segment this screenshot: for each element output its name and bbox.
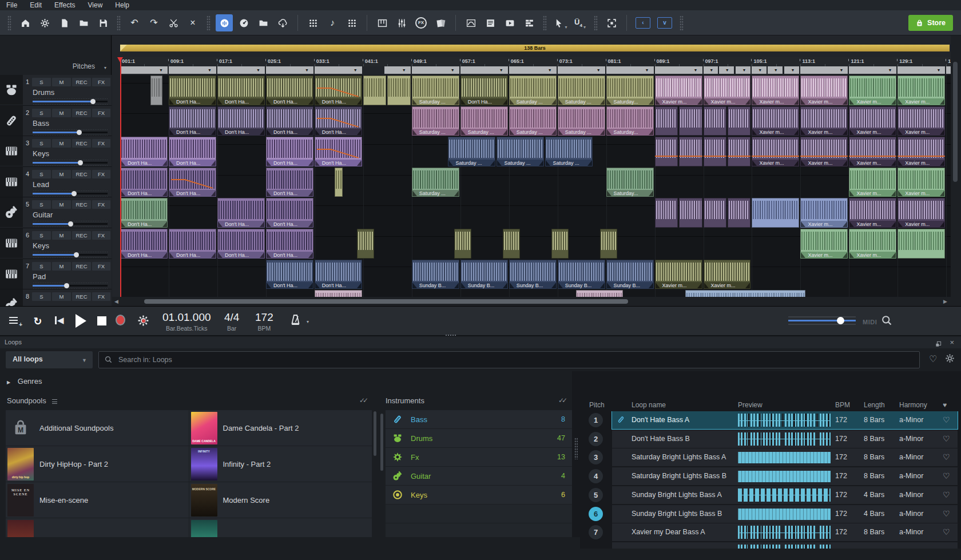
audio-clip[interactable]: Xavier m... bbox=[655, 260, 702, 289]
audio-clip[interactable] bbox=[551, 229, 569, 259]
video-icon[interactable] bbox=[501, 14, 518, 31]
pattern-grid-icon[interactable] bbox=[343, 14, 360, 31]
audio-clip[interactable]: Don't Ha... bbox=[266, 229, 313, 259]
loop-preview-waveform[interactable] bbox=[738, 414, 831, 427]
instruments-icon[interactable] bbox=[374, 14, 391, 31]
genres-toggle[interactable]: ▶ Genres bbox=[7, 377, 42, 386]
audio-clip[interactable]: Don't Ha... bbox=[315, 137, 362, 166]
audio-clip[interactable] bbox=[150, 76, 162, 105]
soundpool-item[interactable]: dirty hip hopDirty HipHop - Part 2 bbox=[6, 446, 189, 482]
panel-bottom-toggle-icon[interactable]: v bbox=[657, 17, 672, 29]
audio-editor-icon[interactable] bbox=[216, 14, 233, 31]
instrument-item-fx[interactable]: Fx13 bbox=[386, 448, 572, 466]
audio-clip[interactable]: Xavier m... bbox=[800, 76, 848, 105]
audio-clip[interactable] bbox=[363, 76, 386, 105]
audio-clip[interactable]: Saturday ... bbox=[545, 137, 593, 166]
song-part-segment[interactable]: ▼ bbox=[946, 66, 951, 74]
loop-preview-waveform[interactable] bbox=[738, 471, 831, 482]
track-name[interactable]: Bass bbox=[33, 119, 49, 128]
toolbar-grip[interactable] bbox=[594, 15, 598, 30]
object-list-icon[interactable] bbox=[521, 14, 538, 31]
loop-row[interactable]: 6Sunday Bright Lights Bass B1724 Barsa-M… bbox=[580, 505, 961, 523]
col-header-harmony[interactable]: Harmony bbox=[899, 401, 927, 409]
track-header[interactable]: 5SMRECFXGuitar bbox=[0, 197, 112, 228]
loop-row-body[interactable]: Saturday Bright Lights Bass B1728 Barsa-… bbox=[612, 467, 958, 485]
song-part-segment[interactable]: ▼ bbox=[460, 66, 509, 74]
audio-clip[interactable]: Xavier m... bbox=[655, 76, 702, 105]
undock-panel-icon[interactable] bbox=[935, 339, 942, 349]
audio-clip[interactable]: Sunday B... bbox=[606, 260, 654, 289]
audio-clip[interactable] bbox=[679, 198, 702, 228]
volume-knob[interactable] bbox=[77, 130, 82, 135]
instrument-item-drums[interactable]: Drums47 bbox=[386, 429, 572, 447]
pitch-badge[interactable]: 5 bbox=[589, 488, 603, 502]
redo-icon[interactable]: ↷ bbox=[145, 14, 162, 31]
section-divider[interactable] bbox=[572, 371, 580, 537]
stop-button[interactable] bbox=[97, 316, 106, 325]
volume-knob[interactable] bbox=[72, 191, 77, 196]
instrument-item-keys[interactable]: Keys6 bbox=[386, 486, 572, 504]
audio-clip[interactable] bbox=[679, 137, 702, 166]
divider-drag-handle[interactable] bbox=[574, 438, 578, 459]
audio-clip[interactable]: Don't Ha... bbox=[315, 106, 362, 136]
horizontal-scroll-thumb[interactable] bbox=[144, 299, 628, 304]
audio-clip[interactable]: Don't Ha... bbox=[266, 106, 313, 136]
effects-fx-icon[interactable]: FX bbox=[412, 14, 430, 31]
playhead-marker[interactable] bbox=[117, 57, 123, 62]
track-name[interactable]: Keys bbox=[33, 241, 49, 250]
track-name[interactable]: Drums bbox=[33, 88, 54, 97]
col-header-preview[interactable]: Preview bbox=[738, 401, 763, 409]
track-rec-button[interactable]: REC bbox=[72, 200, 91, 209]
track-lanes[interactable]: Don't Ha...Don't Ha...Don't Ha...Don't H… bbox=[120, 75, 951, 297]
zoom-slider[interactable] bbox=[788, 314, 856, 327]
record-settings-icon[interactable] bbox=[137, 315, 149, 328]
scroll-left-icon[interactable]: ◀ bbox=[114, 299, 118, 304]
loop-row[interactable]: 5Sunday Bright Lights Bass A1724 Barsa-M… bbox=[580, 486, 961, 504]
song-part-segment[interactable]: ▼ bbox=[384, 66, 411, 74]
track-fx-button[interactable]: FX bbox=[92, 200, 110, 209]
volume-knob[interactable] bbox=[74, 252, 79, 257]
song-part-segment[interactable]: ▼ bbox=[849, 66, 897, 74]
audio-clip[interactable]: Don't Ha... bbox=[120, 137, 168, 166]
track-header[interactable]: 8SMRECFX bbox=[0, 289, 112, 306]
track-m-button[interactable]: M bbox=[52, 78, 71, 86]
track-s-button[interactable]: S bbox=[32, 200, 51, 209]
song-part-segment[interactable]: ▼ bbox=[169, 66, 217, 74]
track-rec-button[interactable]: REC bbox=[72, 262, 91, 271]
pitch-badge[interactable]: 7 bbox=[589, 525, 603, 539]
snap-magnet-icon[interactable]: Ü4▾ bbox=[571, 14, 589, 31]
audio-clip[interactable]: Don't Ha... bbox=[169, 106, 216, 136]
track-volume-slider[interactable] bbox=[33, 251, 108, 259]
menu-item-help[interactable]: Help bbox=[109, 0, 136, 10]
loop-row[interactable] bbox=[580, 542, 961, 549]
audio-clip[interactable] bbox=[576, 290, 624, 297]
favorite-heart-icon[interactable]: ♡ bbox=[943, 509, 950, 518]
audio-clip[interactable] bbox=[387, 76, 410, 105]
volume-knob[interactable] bbox=[78, 160, 83, 165]
cloud-import-icon[interactable] bbox=[274, 14, 291, 31]
loop-preview-waveform[interactable] bbox=[738, 545, 831, 549]
song-parts-row[interactable]: ▼▼▼▼▼▼▼▼▼▼▼▼▼▼▼▼▼▼▼▼▼▼ bbox=[120, 66, 951, 74]
toolbar-grip[interactable] bbox=[117, 15, 121, 30]
pitches-dropdown[interactable]: Pitches ▾ bbox=[73, 62, 106, 70]
track-name[interactable]: Lead bbox=[33, 180, 49, 189]
instrument-item-bass[interactable]: Bass8 bbox=[386, 410, 572, 428]
loops-settings-icon[interactable] bbox=[945, 354, 955, 366]
audio-clip[interactable]: Xavier m... bbox=[849, 106, 896, 136]
audio-clip[interactable]: Xavier m... bbox=[800, 198, 848, 228]
loop-row[interactable]: 2Don't Hate Bass B1728 Barsa-Minor♡ bbox=[580, 430, 961, 448]
audio-clip[interactable]: Xavier m... bbox=[898, 76, 945, 105]
undo-icon[interactable]: ↶ bbox=[126, 14, 143, 31]
instrument-item-guitar[interactable]: Guitar4 bbox=[386, 467, 572, 485]
audio-clip[interactable]: Don't Ha... bbox=[120, 168, 168, 197]
home-icon[interactable] bbox=[17, 14, 34, 31]
select-tool-icon[interactable]: ▾ bbox=[552, 14, 569, 31]
audio-clip[interactable]: Sunday B... bbox=[412, 260, 459, 289]
menu-item-file[interactable]: File bbox=[0, 0, 23, 10]
favorite-heart-icon[interactable]: ♡ bbox=[943, 527, 950, 537]
track-volume-slider[interactable] bbox=[33, 220, 108, 228]
track-rec-button[interactable]: REC bbox=[72, 139, 91, 148]
track-fx-button[interactable]: FX bbox=[92, 262, 110, 271]
audio-clip[interactable]: Don't Ha... bbox=[266, 137, 313, 166]
vertical-scrollbar[interactable] bbox=[951, 57, 960, 297]
